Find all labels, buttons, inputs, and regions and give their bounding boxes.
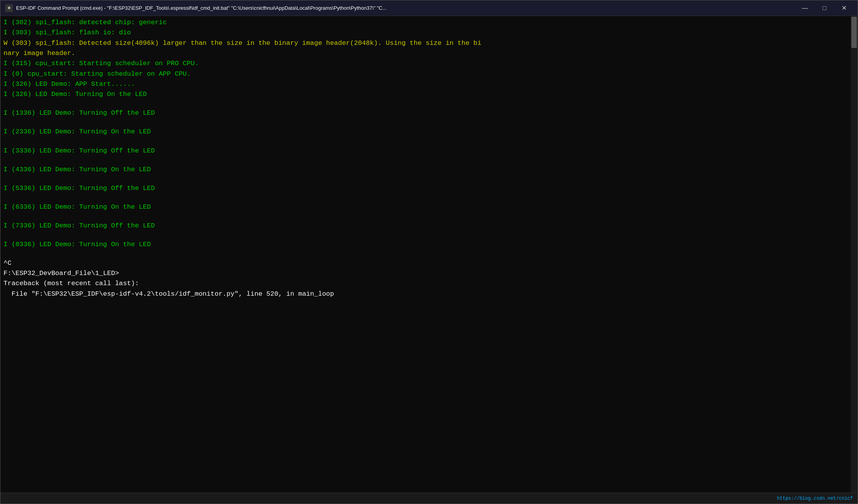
title-bar: ■ ESP-IDF Command Prompt (cmd.exe) - "F:… (0, 0, 858, 16)
close-button[interactable]: ✕ (835, 2, 853, 14)
terminal-line: I (6336) LED Demo: Turning On the LED (4, 202, 847, 212)
maximize-button[interactable]: □ (815, 2, 833, 14)
terminal-area: I (302) spi_flash: detected chip: generi… (0, 16, 858, 493)
terminal-line: I (5336) LED Demo: Turning Off the LED (4, 183, 847, 193)
terminal-line (4, 250, 847, 258)
terminal-line: I (326) LED Demo: Turning On the LED (4, 89, 847, 99)
terminal-line (4, 231, 847, 240)
terminal-line (4, 119, 847, 127)
terminal-line: I (326) LED Demo: APP Start...... (4, 79, 847, 89)
terminal-line: I (4336) LED Demo: Turning On the LED (4, 165, 847, 175)
terminal-line (4, 193, 847, 202)
scrollbar-thumb[interactable] (851, 17, 857, 48)
scrollbar[interactable] (851, 16, 858, 493)
terminal-content[interactable]: I (302) spi_flash: detected chip: generi… (0, 16, 851, 493)
title-bar-controls: — □ ✕ (796, 2, 853, 14)
terminal-line: I (315) cpu_start: Starting scheduler on… (4, 59, 847, 69)
terminal-line: F:\ESP32_DevBoard_File\1_LED> (4, 268, 847, 279)
terminal-line: I (8336) LED Demo: Turning On the LED (4, 240, 847, 250)
terminal-line: I (0) cpu_start: Starting scheduler on A… (4, 69, 847, 79)
window-title: ESP-IDF Command Prompt (cmd.exe) - "F:\E… (16, 5, 386, 11)
terminal-icon: ■ (5, 4, 13, 12)
terminal-line (4, 100, 847, 108)
terminal-line: ^C (4, 258, 847, 268)
status-text: https://blog.csdn.net/cnicf (777, 496, 853, 501)
terminal-line: I (1336) LED Demo: Turning Off the LED (4, 108, 847, 118)
terminal-line (4, 156, 847, 165)
minimize-button[interactable]: — (796, 2, 814, 14)
title-bar-left: ■ ESP-IDF Command Prompt (cmd.exe) - "F:… (5, 4, 386, 12)
terminal-line: W (303) spi_flash: Detected size(4096k) … (4, 38, 847, 48)
terminal-line: I (302) spi_flash: detected chip: generi… (4, 18, 847, 28)
status-bar: https://blog.csdn.net/cnicf (0, 493, 858, 504)
terminal-line: I (2336) LED Demo: Turning On the LED (4, 127, 847, 137)
terminal-line: I (3336) LED Demo: Turning Off the LED (4, 146, 847, 156)
terminal-line: I (7336) LED Demo: Turning Off the LED (4, 221, 847, 231)
terminal-line (4, 137, 847, 146)
terminal-line: nary image header. (4, 48, 847, 59)
terminal-line: I (303) spi_flash: flash io: dio (4, 28, 847, 38)
terminal-line (4, 175, 847, 183)
window: ■ ESP-IDF Command Prompt (cmd.exe) - "F:… (0, 0, 858, 504)
terminal-line: Traceback (most recent call last): (4, 279, 847, 289)
terminal-line: File "F:\ESP32\ESP_IDF\esp-idf-v4.2\tool… (4, 289, 847, 299)
terminal-line (4, 212, 847, 221)
